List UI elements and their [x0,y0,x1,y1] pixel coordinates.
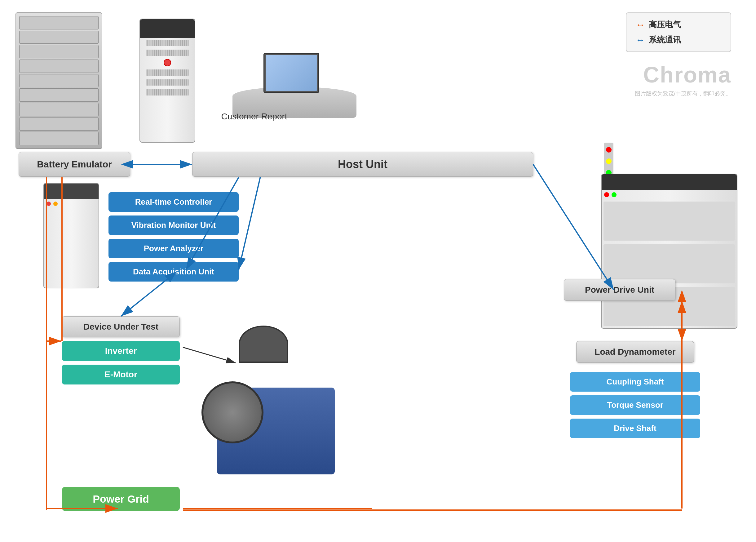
legend-label-high-voltage: 高压电气 [649,19,681,30]
power-drive-image [601,174,737,329]
pdu-lights [602,190,737,200]
device-under-test-bar: Device Under Test [62,316,180,337]
left-tower-dots [44,199,99,208]
host-tower-image [139,19,195,143]
dut-container: Device Under Test Inverter E-Motor [62,316,180,388]
host-unit-text: Host Unit [338,158,387,171]
drive-shaft-text: Drive Shaft [614,424,656,433]
legend-item-high-voltage: ↔ 高压电气 [636,19,721,30]
power-grid-box: Power Grid [62,487,180,511]
load-dynamometer-text: Load Dynamometer [595,347,675,357]
orange-arrow-icon: ↔ [636,20,645,30]
battery-slot-1 [19,16,99,29]
power-drive-text: Power Drive Unit [585,285,654,295]
monitor-shape [263,53,319,93]
device-under-test-text: Device Under Test [83,322,158,332]
battery-emulator-bar: Battery Emulator [19,152,130,177]
coupling-shaft-box: Cuupling Shaft [570,372,700,392]
customer-report-text: Customer Report [221,112,287,121]
power-analyzer-text: Power Analyzer [144,244,204,253]
pdu-top-stripe [602,174,737,190]
coupling-shaft-text: Cuupling Shaft [607,377,664,386]
power-analyzer-box: Power Analyzer [108,239,239,258]
battery-slot-4 [19,59,99,73]
legend-box: ↔ 高压电气 ↔ 系统通讯 [626,12,731,52]
battery-slot-2 [19,31,99,44]
battery-slot-7 [19,103,99,116]
data-acquisition-text: Data Acquisition Unit [133,267,214,276]
left-tower-image [43,183,99,289]
inverter-text: Inverter [105,346,137,356]
drive-shaft-box: Drive Shaft [570,419,700,438]
torque-sensor-box: Torque Sensor [570,395,700,415]
tower-vent-5 [146,89,189,95]
emotor-box: E-Motor [62,365,180,385]
motor-image [201,326,356,474]
legend-item-system-comm: ↔ 系统通讯 [636,34,721,45]
host-unit-bar: Host Unit [192,152,533,177]
battery-slot-6 [19,88,99,102]
workstation-image [217,25,372,118]
signal-yellow [606,158,612,164]
battery-slot-5 [19,74,99,87]
host-to-dau-arrow [239,177,260,270]
data-acquisition-box: Data Acquisition Unit [108,262,239,282]
dot-orange [53,201,58,206]
battery-emulator-image [15,12,102,149]
inverter-box: Inverter [62,341,180,361]
vibration-monitor-box: Vibration Monitor Unit [108,215,239,235]
battery-slot-9 [19,132,99,145]
diagram-container: ↔ 高压电气 ↔ 系统通讯 Chroma 图片版权为致茂/中茂所有，翻印必究。 [0,0,756,542]
battery-emulator-text: Battery Emulator [37,159,112,170]
power-drive-bar: Power Drive Unit [564,279,675,301]
vibration-monitor-text: Vibration Monitor Unit [131,220,216,230]
dot-red [46,201,51,206]
signal-red [606,147,612,152]
tower-vent-1 [146,40,189,46]
pdu-panel-1 [603,201,735,240]
tower-stripe [140,19,195,38]
tower-vent-4 [146,79,189,86]
blue-stack: Real-time Controller Vibration Monitor U… [108,192,239,285]
tower-vent-3 [146,69,189,76]
realtime-controller-text: Real-time Controller [135,197,212,206]
chroma-copyright: 图片版权为致茂/中茂所有，翻印必究。 [635,90,731,97]
left-tower-top [44,183,99,199]
battery-slot-8 [19,117,99,131]
battery-slot-3 [19,45,99,58]
tower-power-button [164,59,171,66]
tower-vent-2 [146,50,189,56]
pdu-light-red [604,192,609,197]
torque-sensor-text: Torque Sensor [607,400,663,410]
right-blue-stack: Cuupling Shaft Torque Sensor Drive Shaft [570,372,700,442]
legend-label-system-comm: 系统通讯 [649,34,681,45]
customer-report-label: Customer Report [217,112,291,121]
chroma-brand: Chroma [643,62,731,87]
pdu-light-green [612,192,617,197]
blue-arrow-icon: ↔ [636,35,645,45]
monitor-screen [266,55,317,91]
motor-pipe [239,326,288,363]
pdu-panel-2 [603,244,735,284]
motor-disc [201,381,263,443]
realtime-controller-box: Real-time Controller [108,192,239,212]
power-grid-text: Power Grid [93,493,149,505]
load-dynamometer-bar: Load Dynamometer [576,341,694,363]
emotor-text: E-Motor [104,370,137,379]
